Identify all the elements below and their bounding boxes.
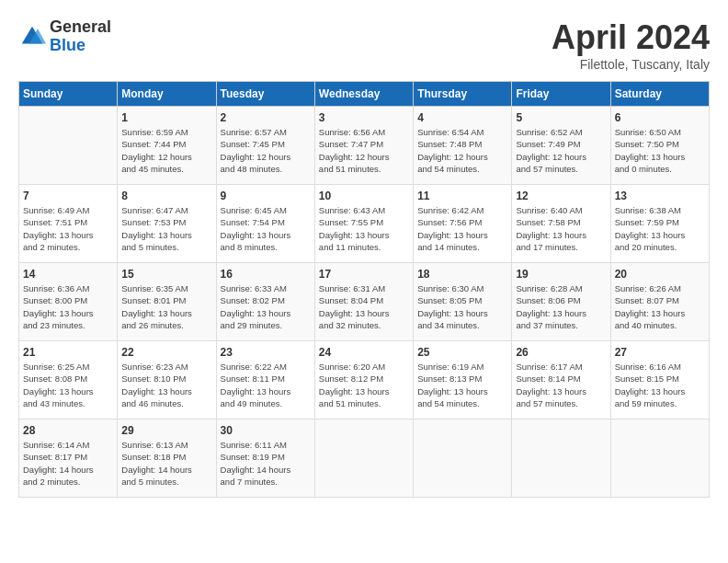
calendar-cell: 27Sunrise: 6:16 AM Sunset: 8:15 PM Dayli… [610,341,709,419]
day-number: 3 [319,111,409,124]
day-info: Sunrise: 6:59 AM Sunset: 7:44 PM Dayligh… [121,126,211,175]
day-info: Sunrise: 6:11 AM Sunset: 8:19 PM Dayligh… [221,439,311,488]
day-info: Sunrise: 6:25 AM Sunset: 8:08 PM Dayligh… [23,361,113,409]
calendar-cell: 24Sunrise: 6:20 AM Sunset: 8:12 PM Dayli… [314,341,413,419]
day-number: 19 [516,268,606,281]
calendar-cell [512,419,610,498]
day-header-tuesday: Tuesday [216,82,314,107]
day-number: 13 [615,190,705,202]
day-header-sunday: Sunday [19,82,118,107]
title-area: April 2024 Filettole, Tuscany, Italy [552,18,710,72]
calendar-cell: 4Sunrise: 6:54 AM Sunset: 7:48 PM Daylig… [414,107,512,185]
day-info: Sunrise: 6:16 AM Sunset: 8:15 PM Dayligh… [615,361,705,409]
day-number: 18 [417,268,507,281]
day-info: Sunrise: 6:43 AM Sunset: 7:55 PM Dayligh… [319,204,409,253]
calendar-cell: 8Sunrise: 6:47 AM Sunset: 7:53 PM Daylig… [118,185,216,263]
day-number: 21 [23,346,113,359]
day-info: Sunrise: 6:47 AM Sunset: 7:53 PM Dayligh… [121,204,211,253]
day-info: Sunrise: 6:36 AM Sunset: 8:00 PM Dayligh… [23,282,113,331]
day-number: 30 [221,424,311,437]
day-number: 24 [319,346,409,359]
day-info: Sunrise: 6:56 AM Sunset: 7:47 PM Dayligh… [319,126,409,175]
day-info: Sunrise: 6:20 AM Sunset: 8:12 PM Dayligh… [319,361,409,409]
logo-blue: Blue [50,37,111,55]
day-number: 11 [417,190,507,202]
calendar-cell: 2Sunrise: 6:57 AM Sunset: 7:45 PM Daylig… [216,107,314,185]
day-info: Sunrise: 6:13 AM Sunset: 8:18 PM Dayligh… [121,439,211,488]
calendar-cell: 30Sunrise: 6:11 AM Sunset: 8:19 PM Dayli… [216,419,314,498]
day-number: 22 [121,346,211,359]
day-number: 8 [121,190,211,202]
day-info: Sunrise: 6:50 AM Sunset: 7:50 PM Dayligh… [615,126,705,175]
calendar-cell [314,419,413,498]
day-number: 6 [615,111,705,124]
day-info: Sunrise: 6:19 AM Sunset: 8:13 PM Dayligh… [417,361,507,409]
day-info: Sunrise: 6:40 AM Sunset: 7:58 PM Dayligh… [516,204,606,253]
day-number: 12 [516,190,606,202]
day-header-friday: Friday [512,82,610,107]
calendar-cell: 7Sunrise: 6:49 AM Sunset: 7:51 PM Daylig… [19,185,118,263]
day-info: Sunrise: 6:17 AM Sunset: 8:14 PM Dayligh… [516,361,606,409]
calendar-cell: 18Sunrise: 6:30 AM Sunset: 8:05 PM Dayli… [414,263,512,341]
day-header-monday: Monday [118,82,216,107]
week-row-5: 28Sunrise: 6:14 AM Sunset: 8:17 PM Dayli… [19,419,710,498]
day-header-saturday: Saturday [610,82,709,107]
logo: General Blue [18,18,111,55]
day-info: Sunrise: 6:38 AM Sunset: 7:59 PM Dayligh… [615,204,705,253]
day-info: Sunrise: 6:33 AM Sunset: 8:02 PM Dayligh… [221,282,311,331]
day-info: Sunrise: 6:35 AM Sunset: 8:01 PM Dayligh… [121,282,211,331]
day-number: 16 [221,268,311,281]
day-number: 28 [23,424,113,437]
day-number: 15 [121,268,211,281]
day-number: 29 [121,424,211,437]
day-info: Sunrise: 6:49 AM Sunset: 7:51 PM Dayligh… [23,204,113,253]
calendar-cell: 15Sunrise: 6:35 AM Sunset: 8:01 PM Dayli… [118,263,216,341]
day-info: Sunrise: 6:26 AM Sunset: 8:07 PM Dayligh… [615,282,705,331]
calendar-cell: 10Sunrise: 6:43 AM Sunset: 7:55 PM Dayli… [314,185,413,263]
calendar-cell [19,107,118,185]
calendar-cell [414,419,512,498]
day-number: 23 [221,346,311,359]
week-row-3: 14Sunrise: 6:36 AM Sunset: 8:00 PM Dayli… [19,263,710,341]
day-number: 14 [23,268,113,281]
day-info: Sunrise: 6:14 AM Sunset: 8:17 PM Dayligh… [23,439,113,488]
calendar-cell [610,419,709,498]
day-number: 1 [121,111,211,124]
calendar-cell: 22Sunrise: 6:23 AM Sunset: 8:10 PM Dayli… [118,341,216,419]
day-number: 17 [319,268,409,281]
calendar-cell: 21Sunrise: 6:25 AM Sunset: 8:08 PM Dayli… [19,341,118,419]
calendar-table: SundayMondayTuesdayWednesdayThursdayFrid… [18,81,710,498]
calendar-cell: 19Sunrise: 6:28 AM Sunset: 8:06 PM Dayli… [512,263,610,341]
day-header-wednesday: Wednesday [314,82,413,107]
day-number: 25 [417,346,507,359]
week-row-1: 1Sunrise: 6:59 AM Sunset: 7:44 PM Daylig… [19,107,710,185]
day-info: Sunrise: 6:42 AM Sunset: 7:56 PM Dayligh… [417,204,507,253]
header: General Blue April 2024 Filettole, Tusca… [18,18,710,72]
day-info: Sunrise: 6:57 AM Sunset: 7:45 PM Dayligh… [221,126,311,175]
calendar-cell: 29Sunrise: 6:13 AM Sunset: 8:18 PM Dayli… [118,419,216,498]
calendar-cell: 12Sunrise: 6:40 AM Sunset: 7:58 PM Dayli… [512,185,610,263]
logo-icon [18,23,46,51]
calendar-cell: 6Sunrise: 6:50 AM Sunset: 7:50 PM Daylig… [610,107,709,185]
calendar-cell: 28Sunrise: 6:14 AM Sunset: 8:17 PM Dayli… [19,419,118,498]
calendar-cell: 13Sunrise: 6:38 AM Sunset: 7:59 PM Dayli… [610,185,709,263]
logo-text: General Blue [50,18,111,55]
day-header-thursday: Thursday [414,82,512,107]
logo-general: General [50,18,111,37]
calendar-cell: 26Sunrise: 6:17 AM Sunset: 8:14 PM Dayli… [512,341,610,419]
day-info: Sunrise: 6:28 AM Sunset: 8:06 PM Dayligh… [516,282,606,331]
calendar-cell: 23Sunrise: 6:22 AM Sunset: 8:11 PM Dayli… [216,341,314,419]
day-number: 9 [221,190,311,202]
day-number: 5 [516,111,606,124]
header-row: SundayMondayTuesdayWednesdayThursdayFrid… [19,82,710,107]
location-subtitle: Filettole, Tuscany, Italy [552,57,710,72]
day-number: 2 [221,111,311,124]
calendar-cell: 5Sunrise: 6:52 AM Sunset: 7:49 PM Daylig… [512,107,610,185]
day-info: Sunrise: 6:30 AM Sunset: 8:05 PM Dayligh… [417,282,507,331]
calendar-cell: 17Sunrise: 6:31 AM Sunset: 8:04 PM Dayli… [314,263,413,341]
day-info: Sunrise: 6:23 AM Sunset: 8:10 PM Dayligh… [121,361,211,409]
week-row-4: 21Sunrise: 6:25 AM Sunset: 8:08 PM Dayli… [19,341,710,419]
day-number: 27 [615,346,705,359]
day-number: 7 [23,190,113,202]
calendar-cell: 20Sunrise: 6:26 AM Sunset: 8:07 PM Dayli… [610,263,709,341]
